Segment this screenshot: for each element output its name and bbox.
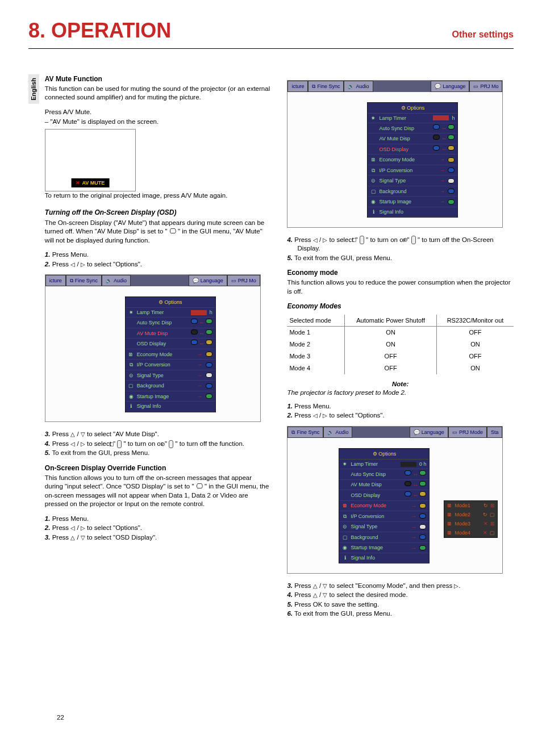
- turnoff-body: The On-screen Display ("AV Mute") that a…: [45, 219, 272, 245]
- options-icon: ⚙: [373, 451, 377, 457]
- osd2-avmute-label: AV Mute Disp: [379, 135, 430, 142]
- mode-row-2: 🗎Mode2↻▢: [444, 510, 497, 519]
- osd-row-avmutedisp-label: AV Mute Disp: [137, 330, 188, 337]
- osd3-row-autosync: Auto Sync Disp↔: [339, 469, 429, 480]
- speaker-icon: 🔈: [106, 277, 112, 284]
- osd-row-avmutedisp: AV Mute Disp↔: [126, 328, 215, 339]
- mode-row-3: 🗎Mode3✕⊠: [444, 519, 497, 528]
- right-triangle-icon: [81, 524, 85, 531]
- eb3c: to select "Economy Mode", and then press: [327, 582, 454, 589]
- economy-body: This function allows you to reduce the p…: [287, 278, 514, 296]
- ov-s3a: Press: [52, 534, 71, 541]
- avmute-screenshot: ✕AV MUTE: [45, 129, 136, 191]
- cell: OFF: [436, 327, 514, 339]
- ec-s1: Press Menu.: [294, 403, 331, 410]
- osd3-economy-label: Economy Mode: [351, 502, 408, 509]
- osd3-row-avmute: AV Mute Disp↔: [339, 480, 429, 491]
- table-row: Mode 2ONON: [287, 339, 514, 350]
- osd3-tab-finesync: ⧉Fine Sync: [287, 427, 323, 438]
- ov-step-1: 1. Press Menu.: [45, 515, 272, 524]
- ec-s2b: /: [318, 412, 323, 419]
- osd3-row-signalinfo: ℹSignal Info: [339, 553, 429, 563]
- mode-popup: 🗎Mode1↻⊠ 🗎Mode2↻▢ 🗎Mode3✕⊠ 🗎Mode4✕▢: [444, 500, 498, 538]
- cell: OFF: [345, 350, 437, 362]
- cell: ON: [436, 339, 514, 350]
- x-icon: ⊠: [490, 502, 495, 509]
- osd-tab-language-label: Language: [201, 277, 223, 284]
- osd3-signaltype-label: Signal Type: [351, 523, 408, 530]
- osd-tab-audio-label: Audio: [114, 277, 127, 284]
- osd2-row-signaltype: ⊝Signal Type→: [368, 176, 457, 186]
- osd-screenshot-economy: ⧉Fine Sync 🔈Audio 💬Language ▭PRJ Mode St…: [287, 426, 503, 574]
- osd-row-lamp-suffix: h: [210, 309, 212, 316]
- osd2-tab-finesync-label: Fine Sync: [317, 83, 340, 90]
- osd-tabs-2: icture ⧉Fine Sync 🔈Audio 💬Language ▭PRJ …: [287, 81, 502, 92]
- ec-s2a: Press: [294, 412, 313, 419]
- check-icon: ↻: [483, 511, 487, 518]
- arrow-right-icon: →: [197, 350, 203, 358]
- osd2-row-autosync: Auto Sync Disp↔: [368, 123, 457, 134]
- osd-tab-finesync-label: Fine Sync: [75, 277, 98, 284]
- section-subtitle: Other settings: [452, 28, 514, 41]
- balloon-icon: 💬: [414, 429, 420, 436]
- eb4c: to select the desired mode.: [327, 591, 407, 598]
- osd2-autosync-label: Auto Sync Disp: [379, 125, 430, 132]
- signal-icon: ⊝: [128, 372, 134, 379]
- osd-tabs: icture ⧉Fine Sync 🔈Audio 💬Language ▭PRJ …: [45, 275, 260, 286]
- osd3-row-lamp: ✷Lamp Timer0 h: [339, 460, 429, 469]
- options-icon: ⚙: [401, 105, 406, 111]
- table-row: Mode 1ONOFF: [287, 327, 514, 339]
- osd3-row-startup: ◉Startup Image→: [339, 543, 429, 554]
- osd-tab-prjmode-label: PRJ Mo: [238, 277, 256, 284]
- economy-modes-table: Selected mode Automatic Power Shutoff RS…: [287, 315, 514, 374]
- step-4: 4. Press / to select " ▢ " to turn on or…: [45, 440, 272, 449]
- osd-row-economy: 🗎Economy Mode→: [126, 349, 215, 360]
- osd-row-autosync-label: Auto Sync Disp: [137, 319, 188, 326]
- note-body: The projector is factory preset to Mode …: [287, 389, 514, 398]
- osd-row-osddisplay-label: OSD Display: [137, 340, 188, 347]
- osd3-signalinfo-label: Signal Info: [351, 554, 426, 561]
- cell: OFF: [345, 362, 437, 374]
- eb5: Press OK to save the setting.: [294, 601, 379, 608]
- osd-screenshot-osddisplay: icture ⧉Fine Sync 🔈Audio 💬Language ▭PRJ …: [287, 80, 503, 228]
- osd2-startup-label: Startup Image: [379, 198, 436, 205]
- prj-icon: ▭: [231, 277, 236, 284]
- osd-row-lamp: ✷Lamp Timerh: [126, 308, 215, 318]
- avmute-badge-label: AV MUTE: [82, 180, 105, 186]
- osd-row-osddisplay: OSD Display↔: [126, 339, 215, 349]
- osd2-lamp-suffix: h: [452, 115, 455, 122]
- s4b: /: [75, 440, 81, 447]
- osd3-ipconv-label: I/P Conversion: [351, 513, 408, 520]
- economy-modes-heading: Economy Modes: [287, 302, 514, 311]
- osd3-row-ipconv: ⧉I/P Conversion→: [339, 511, 429, 522]
- cell: ON: [345, 339, 437, 350]
- osd3-tab-status: Sta: [487, 427, 503, 438]
- osd3-tab-audio-label: Audio: [335, 429, 348, 436]
- turnoff-steps: 1. Press Menu. 2. Press / to select "Opt…: [45, 250, 272, 269]
- osd3-osddisplay-label: OSD Display: [351, 492, 402, 499]
- ov-s2c: to select "Options".: [85, 524, 142, 531]
- osd2-ipconv-label: I/P Conversion: [379, 167, 436, 174]
- osd3-options-menu: ⚙ Options ✷Lamp Timer0 h Auto Sync Disp↔…: [339, 448, 430, 563]
- right-triangle-icon: [81, 440, 85, 447]
- osd-options-menu: ⚙ Options ✷Lamp Timerh Auto Sync Disp↔ A…: [125, 296, 216, 412]
- osd-row-ipconv-label: I/P Conversion: [137, 361, 194, 368]
- osd-row-signaltype: ⊝Signal Type→: [126, 370, 215, 381]
- osd3-tab-finesync-label: Fine Sync: [297, 429, 319, 436]
- mode-row-1: 🗎Mode1↻⊠: [444, 501, 497, 510]
- osd3-lamp-label: Lamp Timer: [351, 461, 397, 467]
- on-icon: ▢: [360, 236, 364, 244]
- osd2-row-economy: 🗎Economy Mode→: [368, 154, 457, 165]
- osd2-tab-prjmode-label: PRJ Mo: [480, 83, 498, 90]
- ec-step-2: 2. Press / to select "Options".: [287, 411, 514, 420]
- osd-menu-title-text: Options: [165, 299, 182, 305]
- chapter-title: 8. OPERATION: [28, 17, 171, 45]
- mode-icon: 🗎: [447, 502, 452, 509]
- cell: ON: [345, 327, 437, 339]
- osd-row-lamp-label: Lamp Timer: [137, 309, 188, 316]
- mute-x-icon: ✕: [76, 180, 80, 186]
- eb-step-5: 5. Press OK to save the setting.: [287, 600, 514, 609]
- turnoff-heading: Turning off the On-Screen Display (OSD): [45, 208, 272, 217]
- ov-s2a: Press: [52, 524, 71, 531]
- s2b: /: [75, 261, 81, 268]
